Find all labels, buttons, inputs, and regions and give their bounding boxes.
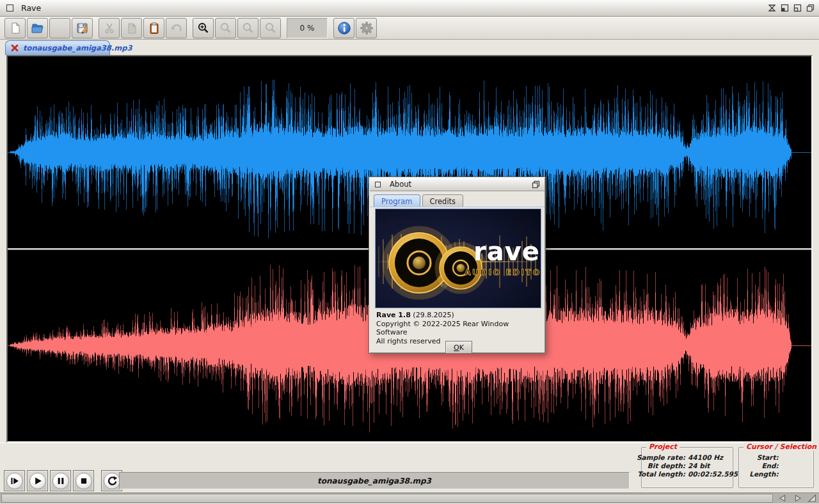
cursor-row-label: End: xyxy=(749,462,779,469)
playing-filename: tonausgabe_amiga38.mp3 xyxy=(317,476,431,485)
save-as-button[interactable] xyxy=(72,18,93,38)
zoom-level-display: 0 % xyxy=(287,18,328,38)
project-row-value: 44100 Hz xyxy=(688,453,738,461)
project-info-group: Project Sample rate: 44100 Hz Bit depth:… xyxy=(641,447,733,488)
new-file-icon xyxy=(9,22,22,35)
stop-icon xyxy=(76,473,92,489)
scroll-left-icon xyxy=(777,494,788,503)
cut-button[interactable] xyxy=(99,18,120,38)
settings-button[interactable] xyxy=(356,18,377,38)
about-version-line: Rave 1.8 (29.8.2025) xyxy=(376,311,541,320)
logo-subtitle: AUDIO EDITOR xyxy=(465,267,541,277)
zoom-gadget-icon[interactable] xyxy=(792,3,802,13)
copy-page-icon xyxy=(125,22,138,35)
rave-window: Rave xyxy=(0,0,819,504)
bottom-panel: tonausgabe_amiga38.mp3 Project Sample ra… xyxy=(0,443,819,504)
info-button[interactable] xyxy=(333,18,354,38)
cursor-row-value xyxy=(781,462,803,469)
ok-button[interactable]: OK xyxy=(445,341,472,354)
window-title: Rave xyxy=(21,3,41,13)
window-resize-handle[interactable] xyxy=(806,493,818,503)
about-depth-gadget-icon[interactable] xyxy=(531,180,541,192)
horizontal-scrollbar[interactable] xyxy=(0,492,819,503)
loop-icon xyxy=(104,473,120,489)
resize-corner-icon xyxy=(807,494,817,503)
scroll-left-button[interactable] xyxy=(775,493,790,503)
about-tab-program[interactable]: Program xyxy=(374,194,420,207)
about-copyright-line: Copyright © 2022-2025 Rear Window Softwa… xyxy=(376,320,541,337)
toolbar: 0 % xyxy=(0,17,819,40)
undo-button[interactable] xyxy=(166,18,187,38)
zoom-in-button[interactable] xyxy=(193,18,214,38)
cursor-row-label: Start: xyxy=(749,453,779,461)
playback-progress-bar[interactable]: tonausgabe_amiga38.mp3 xyxy=(119,472,630,489)
scroll-right-button[interactable] xyxy=(791,493,805,503)
zoom-fit-button[interactable] xyxy=(237,18,258,38)
document-tab[interactable]: tonausgabe_amiga38.mp3 xyxy=(5,40,110,55)
play-button[interactable] xyxy=(27,470,48,491)
zoom-fit-icon xyxy=(242,22,255,35)
zoom-out-icon xyxy=(219,22,232,35)
info-icon xyxy=(337,21,351,35)
cut-scissors-icon xyxy=(103,22,116,35)
paste-clipboard-icon xyxy=(148,22,161,35)
open-folder-icon xyxy=(31,22,44,35)
depth-gadget-icon[interactable] xyxy=(805,3,815,13)
project-row-label: Total length: xyxy=(637,470,685,478)
cursor-selection-group-title: Cursor / Selection xyxy=(743,443,819,451)
logo-title: rave xyxy=(473,237,540,266)
about-text: Rave 1.8 (29.8.2025) Copyright © 2022-20… xyxy=(376,311,541,345)
about-titlebar: About xyxy=(370,178,545,191)
zoom-in-icon xyxy=(197,22,210,35)
new-button[interactable] xyxy=(4,18,26,38)
snapshot-gadget-icon[interactable] xyxy=(779,3,790,13)
project-row-label: Sample rate: xyxy=(637,453,685,461)
play-from-start-button[interactable] xyxy=(4,470,25,491)
scroll-right-icon xyxy=(793,494,803,503)
copy-button[interactable] xyxy=(121,18,142,38)
cursor-row-value xyxy=(781,470,803,478)
project-group-title: Project xyxy=(646,443,680,451)
about-title: About xyxy=(390,180,411,189)
tab-bar: tonausgabe_amiga38.mp3 xyxy=(0,40,819,55)
paste-button[interactable] xyxy=(143,18,164,38)
gear-icon xyxy=(360,21,374,35)
tab-close-icon[interactable] xyxy=(11,44,19,52)
open-button[interactable] xyxy=(27,18,48,38)
cursor-row-value xyxy=(781,453,803,461)
about-tab-credits[interactable]: Credits xyxy=(422,194,464,207)
stop-button[interactable] xyxy=(73,470,94,491)
scrollbar-thumb[interactable] xyxy=(1,494,773,503)
about-dialog: About Program Credits xyxy=(369,177,546,354)
play-from-start-icon xyxy=(6,473,23,489)
project-row-value: 00:02:52.595 xyxy=(688,470,738,478)
rave-logo-image: rave AUDIO EDITOR xyxy=(375,209,541,308)
iconify-gadget-icon[interactable] xyxy=(767,3,777,13)
zoom-selection-icon xyxy=(264,22,277,35)
about-body: rave AUDIO EDITOR Rave 1.8 (29.8.2025) C… xyxy=(370,207,545,352)
project-row-value: 24 bit xyxy=(688,462,738,469)
transport-controls xyxy=(4,470,122,491)
save-button[interactable] xyxy=(49,18,70,38)
zoom-selection-button[interactable] xyxy=(260,18,281,38)
about-tab-bar: Program Credits xyxy=(374,194,463,207)
save-as-floppy-icon xyxy=(76,22,89,35)
project-row-label: Bit depth: xyxy=(637,462,685,469)
cursor-row-label: Length: xyxy=(749,470,779,478)
window-close-gadget[interactable] xyxy=(6,4,13,12)
tab-label: tonausgabe_amiga38.mp3 xyxy=(23,43,132,52)
titlebar: Rave xyxy=(0,0,819,17)
play-icon xyxy=(29,473,46,489)
pause-button[interactable] xyxy=(50,470,71,491)
zoom-out-button[interactable] xyxy=(215,18,236,38)
pause-icon xyxy=(52,473,69,489)
undo-arrow-icon xyxy=(170,22,183,35)
about-close-gadget[interactable] xyxy=(375,182,381,187)
cursor-selection-group: Cursor / Selection Start: End: Length: xyxy=(738,447,814,488)
